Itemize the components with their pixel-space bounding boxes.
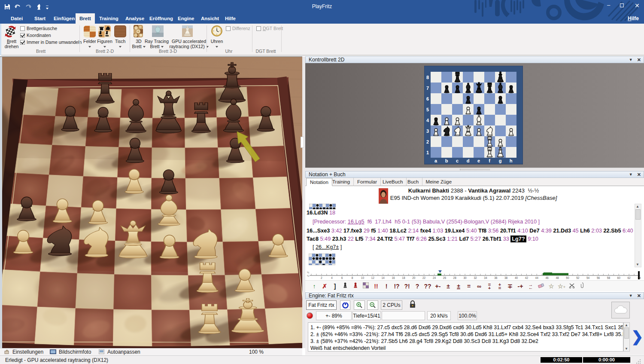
svg-text:e: e bbox=[477, 158, 480, 163]
svg-text:30: 30 bbox=[463, 276, 467, 279]
svg-text:40: 40 bbox=[515, 276, 518, 279]
svg-text:½: ½ bbox=[307, 275, 309, 277]
svg-text:38: 38 bbox=[504, 276, 508, 279]
svg-text:24: 24 bbox=[433, 276, 436, 279]
svg-text:54: 54 bbox=[586, 276, 590, 279]
svg-text:f: f bbox=[489, 158, 490, 163]
svg-text:44: 44 bbox=[535, 276, 539, 279]
svg-text:50: 50 bbox=[566, 276, 569, 279]
svg-text:34: 34 bbox=[484, 276, 487, 279]
svg-text:48: 48 bbox=[556, 276, 559, 279]
svg-text:d: d bbox=[467, 158, 470, 163]
svg-text:8: 8 bbox=[352, 276, 353, 279]
svg-text:60: 60 bbox=[617, 276, 621, 279]
svg-text:36: 36 bbox=[494, 276, 498, 279]
svg-text:62: 62 bbox=[627, 276, 631, 279]
svg-text:5: 5 bbox=[426, 107, 429, 112]
svg-text:32: 32 bbox=[474, 276, 477, 279]
svg-text:28: 28 bbox=[453, 276, 457, 279]
svg-text:h: h bbox=[510, 158, 513, 163]
svg-text:46: 46 bbox=[545, 276, 549, 279]
svg-text:22: 22 bbox=[422, 276, 426, 279]
svg-text:7: 7 bbox=[426, 86, 429, 91]
svg-text:b: b bbox=[445, 158, 448, 163]
svg-text:4: 4 bbox=[426, 118, 429, 123]
svg-text:12: 12 bbox=[371, 276, 375, 279]
svg-text:g: g bbox=[499, 158, 502, 163]
svg-text:14: 14 bbox=[381, 276, 385, 279]
svg-text:56: 56 bbox=[597, 276, 600, 279]
svg-text:58: 58 bbox=[607, 276, 611, 279]
svg-text:16: 16 bbox=[392, 276, 395, 279]
svg-text:1: 1 bbox=[426, 150, 429, 155]
svg-text:6: 6 bbox=[426, 96, 429, 101]
svg-text:2: 2 bbox=[321, 276, 322, 279]
svg-text:18: 18 bbox=[402, 276, 405, 279]
svg-text:20: 20 bbox=[412, 276, 416, 279]
svg-text:½: ½ bbox=[307, 271, 309, 274]
svg-text:10: 10 bbox=[361, 276, 365, 279]
svg-text:c: c bbox=[456, 158, 459, 163]
svg-text:3: 3 bbox=[426, 128, 429, 134]
svg-text:4: 4 bbox=[331, 276, 333, 279]
svg-text:26: 26 bbox=[443, 276, 447, 279]
svg-text:a: a bbox=[434, 158, 437, 163]
svg-text:6: 6 bbox=[341, 276, 343, 279]
svg-text:42: 42 bbox=[525, 276, 529, 279]
svg-text:52: 52 bbox=[576, 276, 580, 279]
svg-text:8: 8 bbox=[426, 75, 429, 80]
svg-text:2: 2 bbox=[426, 139, 429, 144]
